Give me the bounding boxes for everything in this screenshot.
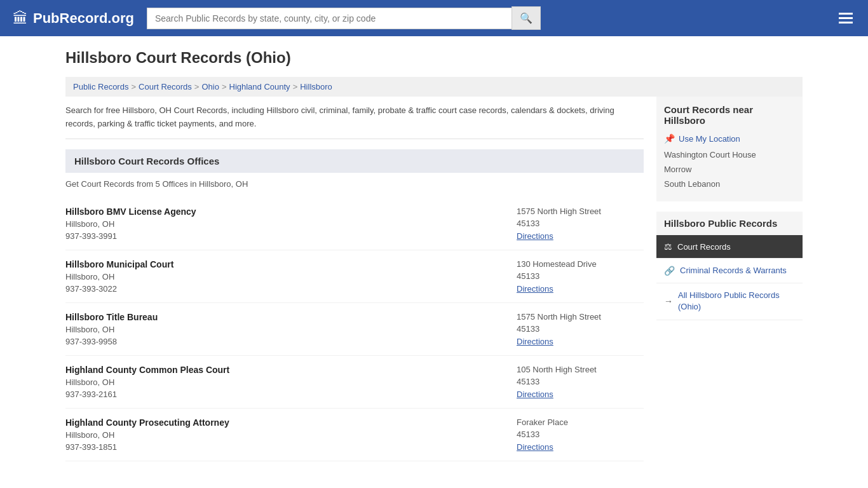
office-entry: Hillsboro BMV License Agency Hillsboro, … [65, 198, 644, 250]
search-icon: 🔍 [520, 13, 532, 24]
breadcrumb-public-records[interactable]: Public Records [73, 82, 128, 92]
main-wrapper: Hillsboro Court Records (Ohio) Public Re… [53, 36, 815, 474]
office-left: Hillsboro BMV License Agency Hillsboro, … [65, 207, 517, 241]
sidebar-records-list: ⚖ Court Records 🔗 Criminal Records & War… [656, 235, 803, 320]
office-address: 1575 North High Street [517, 207, 644, 216]
office-phone: 937-393-1851 [65, 442, 517, 452]
office-left: Highland County Prosecuting Attorney Hil… [65, 417, 517, 452]
office-right: 130 Homestead Drive 45133 Directions [517, 259, 644, 294]
search-bar: 🔍 [147, 6, 541, 30]
logo-text: PubRecord.org [33, 10, 134, 27]
office-city: Hillsboro, OH [65, 325, 517, 334]
office-right: 105 North High Street 45133 Directions [517, 365, 644, 399]
sidebar-record-link[interactable]: Criminal Records & Warrants [680, 265, 787, 276]
main-content: Search for free Hillsboro, OH Court Reco… [65, 97, 644, 461]
public-records-title: Hillsboro Public Records [656, 212, 803, 235]
sidebar-record-icon: 🔗 [664, 266, 675, 276]
breadcrumb-ohio[interactable]: Ohio [201, 82, 219, 92]
page-title: Hillsboro Court Records (Ohio) [65, 49, 803, 67]
sidebar-record-icon: ⚖ [664, 241, 672, 252]
office-right: 1575 North High Street 45133 Directions [517, 207, 644, 241]
office-entry: Hillsboro Municipal Court Hillsboro, OH … [65, 250, 644, 303]
directions-link[interactable]: Directions [517, 231, 553, 241]
description: Search for free Hillsboro, OH Court Reco… [65, 97, 644, 139]
nearby-section: Court Records near Hillsboro 📌 Use My Lo… [656, 97, 803, 201]
use-my-location[interactable]: 📌 Use My Location [664, 133, 795, 144]
sidebar: Court Records near Hillsboro 📌 Use My Lo… [656, 97, 803, 461]
breadcrumb-court-records[interactable]: Court Records [139, 82, 192, 92]
office-name: Hillsboro Title Bureau [65, 312, 517, 322]
office-name: Highland County Common Pleas Court [65, 365, 517, 375]
nearby-location-link[interactable]: South Lebanon [664, 179, 795, 189]
office-name: Hillsboro Municipal Court [65, 259, 517, 269]
sidebar-record-item[interactable]: ⚖ Court Records [656, 235, 803, 259]
office-zip: 45133 [517, 219, 644, 228]
directions-link[interactable]: Directions [517, 284, 553, 294]
office-phone: 937-393-3991 [65, 231, 517, 241]
directions-link[interactable]: Directions [517, 390, 553, 399]
logo[interactable]: 🏛 PubRecord.org [13, 10, 134, 27]
office-address: 105 North High Street [517, 365, 644, 374]
office-entry: Highland County Prosecuting Attorney Hil… [65, 409, 644, 461]
office-left: Hillsboro Municipal Court Hillsboro, OH … [65, 259, 517, 294]
office-count: Get Court Records from 5 Offices in Hill… [65, 179, 644, 189]
offices-section-header: Hillsboro Court Records Offices [65, 149, 644, 173]
nearby-title: Court Records near Hillsboro [664, 104, 795, 126]
search-input[interactable] [147, 8, 512, 29]
office-city: Hillsboro, OH [65, 272, 517, 281]
office-phone: 937-393-2161 [65, 390, 517, 399]
sidebar-record-label: Court Records [677, 242, 731, 252]
office-address: Foraker Place [517, 417, 644, 427]
offices-list: Hillsboro BMV License Agency Hillsboro, … [65, 198, 644, 461]
directions-link[interactable]: Directions [517, 442, 553, 452]
office-right: Foraker Place 45133 Directions [517, 417, 644, 452]
logo-icon: 🏛 [13, 10, 28, 27]
office-city: Hillsboro, OH [65, 219, 517, 229]
breadcrumb-sep-1: > [131, 82, 136, 92]
breadcrumb: Public Records > Court Records > Ohio > … [65, 77, 803, 97]
menu-line-1 [839, 13, 853, 15]
breadcrumb-highland-county[interactable]: Highland County [229, 82, 290, 92]
office-zip: 45133 [517, 271, 644, 281]
breadcrumb-sep-4: > [293, 82, 298, 92]
office-phone: 937-393-3022 [65, 284, 517, 294]
public-records-section: Hillsboro Public Records ⚖ Court Records… [656, 212, 803, 320]
location-pin-icon: 📌 [664, 133, 675, 144]
office-name: Hillsboro BMV License Agency [65, 207, 517, 217]
search-button[interactable]: 🔍 [512, 6, 541, 30]
office-right: 1575 North High Street 45133 Directions [517, 312, 644, 346]
office-city: Hillsboro, OH [65, 377, 517, 387]
site-header: 🏛 PubRecord.org 🔍 [0, 0, 868, 36]
nearby-location-link[interactable]: Washington Court House [664, 150, 795, 159]
directions-link[interactable]: Directions [517, 337, 553, 346]
breadcrumb-sep-2: > [194, 82, 200, 92]
sidebar-record-icon: → [664, 296, 673, 306]
breadcrumb-hillsboro[interactable]: Hillsboro [300, 82, 332, 92]
office-phone: 937-393-9958 [65, 337, 517, 346]
office-address: 1575 North High Street [517, 312, 644, 322]
sidebar-record-link[interactable]: All Hillsboro Public Records (Ohio) [678, 290, 795, 313]
office-entry: Hillsboro Title Bureau Hillsboro, OH 937… [65, 303, 644, 356]
nearby-location-link[interactable]: Morrow [664, 165, 795, 174]
office-city: Hillsboro, OH [65, 430, 517, 440]
nearby-locations-list: Washington Court HouseMorrowSouth Lebano… [664, 150, 795, 189]
breadcrumb-sep-3: > [222, 82, 227, 92]
sidebar-record-item[interactable]: → All Hillsboro Public Records (Ohio) [656, 283, 803, 320]
office-zip: 45133 [517, 430, 644, 439]
office-left: Highland County Common Pleas Court Hills… [65, 365, 517, 399]
office-zip: 45133 [517, 324, 644, 334]
menu-line-3 [839, 22, 853, 24]
content-layout: Search for free Hillsboro, OH Court Reco… [65, 97, 803, 461]
office-zip: 45133 [517, 377, 644, 386]
office-address: 130 Homestead Drive [517, 259, 644, 269]
sidebar-record-item[interactable]: 🔗 Criminal Records & Warrants [656, 259, 803, 283]
menu-button[interactable] [836, 10, 855, 26]
menu-line-2 [839, 17, 853, 19]
office-left: Hillsboro Title Bureau Hillsboro, OH 937… [65, 312, 517, 346]
office-name: Highland County Prosecuting Attorney [65, 417, 517, 428]
use-location-label: Use My Location [679, 134, 740, 144]
office-entry: Highland County Common Pleas Court Hills… [65, 356, 644, 409]
